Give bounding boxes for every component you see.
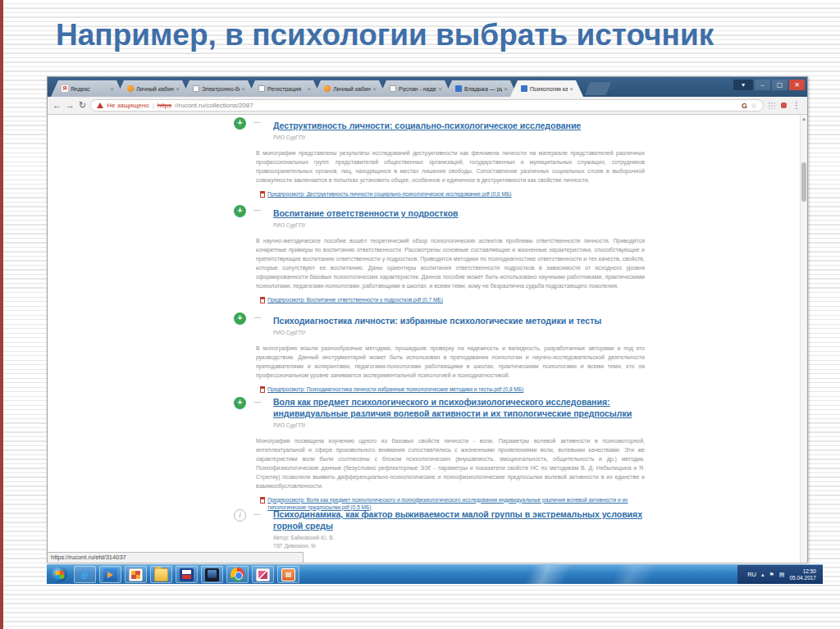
close-button[interactable]: ✕	[789, 80, 805, 90]
tray-expand-icon[interactable]: ▴	[761, 572, 765, 578]
add-to-cart-icon[interactable]: +	[234, 205, 246, 217]
blue-site-icon	[455, 85, 462, 92]
forward-button[interactable]: →	[66, 101, 75, 110]
maximize-button[interactable]: ▢	[772, 80, 788, 90]
entry-dash: —	[253, 118, 261, 126]
address-bar: ← → ↻ Не защищено | https //rucont.ru/co…	[48, 97, 807, 115]
entry-title-link[interactable]: Психодинамика, как фактор выживаемости м…	[273, 509, 646, 531]
preview-link[interactable]: Предпросмотр: Воспитание ответственности…	[267, 296, 443, 303]
info-icon[interactable]: i	[234, 509, 246, 522]
page-icon	[193, 85, 199, 92]
preview-link[interactable]: Предпросмотр: Деструктивность личности с…	[267, 190, 511, 198]
url-separator: |	[153, 102, 154, 109]
taskbar-button[interactable]	[252, 566, 274, 583]
taskbar-button[interactable]: e	[74, 566, 96, 583]
entry-body: Воспитание ответственности у подростковР…	[273, 205, 646, 303]
browser-tab[interactable]: Психология каталог кн…×	[510, 80, 583, 97]
tab-label: Личный кабинет	[333, 86, 371, 92]
minimize-button[interactable]: –	[755, 80, 770, 90]
pdf-icon	[260, 297, 265, 303]
page-content: +—Деструктивность личности: социально-пс…	[48, 115, 807, 563]
tab-label: Электронно-библиот…	[202, 86, 240, 92]
tab-close-icon[interactable]: ×	[110, 85, 114, 93]
catalog-entry: +—Психодиагностика личности: избранные п…	[234, 312, 652, 393]
tray-flag-icon[interactable]: ⚑	[769, 572, 774, 578]
browser-tab[interactable]: ЯЯндекс×	[51, 80, 124, 97]
pdf-icon	[260, 497, 265, 504]
tab-close-icon[interactable]: ×	[438, 85, 442, 93]
add-to-cart-icon[interactable]: +	[234, 397, 246, 409]
taskbar-button[interactable]	[226, 566, 249, 583]
scrollbar-thumb[interactable]	[801, 162, 806, 202]
entry-description: В монографии представлены результаты исс…	[256, 148, 645, 185]
toolbar-right: ⋮	[768, 101, 802, 110]
apps-grid-icon[interactable]	[768, 102, 775, 109]
entry-title-link[interactable]: Воля как предмет психологического и псих…	[273, 397, 646, 419]
tray-network-icon[interactable]: ▤	[779, 572, 785, 578]
scrollbar[interactable]: ▲	[800, 115, 807, 563]
windows-taskbar: e RU ▴ ⚑ ▤ 12:50 05.04.2017	[47, 564, 823, 584]
taskbar-button[interactable]	[176, 566, 198, 583]
preview-row: Предпросмотр: Деструктивность личности с…	[260, 190, 646, 198]
taskbar-button[interactable]	[150, 566, 172, 583]
tab-close-icon[interactable]: ×	[569, 85, 573, 93]
tab-close-icon[interactable]: ×	[504, 85, 508, 93]
entry-title-link[interactable]: Психодиагностика личности: избранные пси…	[273, 316, 601, 327]
tab-label: Личный кабинет	[136, 86, 174, 92]
new-tab-button[interactable]	[585, 82, 611, 95]
yandex-icon: Я	[62, 85, 68, 92]
add-to-cart-icon[interactable]: +	[234, 312, 246, 325]
url-field[interactable]: Не защищено | https //rucont.ru/collecti…	[90, 99, 764, 112]
tab-close-icon[interactable]: ×	[307, 85, 311, 93]
preview-link[interactable]: Предпросмотр: Воля как предмет психологи…	[267, 496, 646, 511]
browser-tab[interactable]: Регистрация×	[248, 80, 321, 97]
preview-row: Предпросмотр: Воля как предмет психологи…	[260, 496, 646, 511]
taskbar-button[interactable]	[48, 566, 71, 583]
entry-publisher: РИО СурГПУ	[273, 222, 646, 228]
add-to-cart-icon[interactable]: +	[234, 117, 246, 130]
entry-title-link[interactable]: Воспитание ответственности у подростков	[273, 208, 459, 220]
taskbar-button[interactable]	[99, 566, 121, 583]
security-warning: Не защищено	[107, 102, 148, 109]
entry-publisher: ТВТ Дивизион, М	[273, 543, 646, 549]
taskbar-button[interactable]	[201, 566, 223, 583]
profile-button[interactable]: ▾	[733, 80, 753, 90]
page-icon	[390, 85, 396, 92]
browser-tab[interactable]: Электронно-библиот…×	[182, 80, 255, 97]
back-button[interactable]: ←	[52, 101, 62, 110]
scroll-up-arrow[interactable]: ▲	[801, 116, 806, 121]
language-indicator[interactable]: RU	[747, 571, 756, 578]
preview-row: Предпросмотр: Воспитание ответственности…	[260, 296, 646, 303]
browser-tab[interactable]: Личный кабинет×	[116, 80, 189, 97]
grid-app-icon	[129, 568, 143, 581]
tab-label: Руслан - надежный …	[399, 86, 436, 92]
internet-explorer-icon: e	[78, 568, 92, 581]
extension-icon[interactable]	[781, 103, 787, 108]
tab-close-icon[interactable]: ×	[372, 85, 377, 93]
tab-close-icon[interactable]: ×	[241, 85, 245, 93]
tab-label: Яндекс	[71, 86, 108, 92]
taskbar-button[interactable]	[277, 566, 299, 583]
entry-title-link[interactable]: Деструктивность личности: социально-псих…	[273, 121, 581, 132]
translate-icon[interactable]: G	[742, 102, 747, 110]
entry-publisher: РИО СурГПУ	[273, 330, 646, 335]
entry-body: Психодинамика, как фактор выживаемости м…	[273, 509, 646, 549]
entry-publisher: РИО СурГПУ	[273, 422, 646, 428]
browser-tab[interactable]: Личный кабинет×	[313, 80, 386, 97]
tab-label: Регистрация	[267, 86, 305, 92]
slide-accent-line	[0, 0, 3, 629]
taskbar-button[interactable]	[125, 566, 147, 583]
preview-link[interactable]: Предпросмотр: Психодиагностика личности …	[267, 385, 523, 393]
catalog-entry: +—Воля как предмет психологического и пс…	[234, 397, 652, 511]
catalog-entry: +—Деструктивность личности: социально-пс…	[234, 117, 652, 198]
menu-icon[interactable]: ⋮	[792, 101, 801, 110]
entry-dash: —	[253, 510, 261, 518]
browser-tab[interactable]: Руслан - надежный …×	[379, 80, 452, 97]
clock[interactable]: 12:50 05.04.2017	[789, 568, 816, 581]
entry-body: Психодиагностика личности: избранные пси…	[273, 312, 646, 393]
pdf-icon	[260, 386, 265, 393]
browser-tab[interactable]: Владыка — ру…×	[445, 80, 518, 97]
reload-button[interactable]: ↻	[79, 101, 86, 110]
bookmark-star-icon[interactable]: ☆	[751, 102, 757, 110]
tab-close-icon[interactable]: ×	[176, 85, 180, 93]
